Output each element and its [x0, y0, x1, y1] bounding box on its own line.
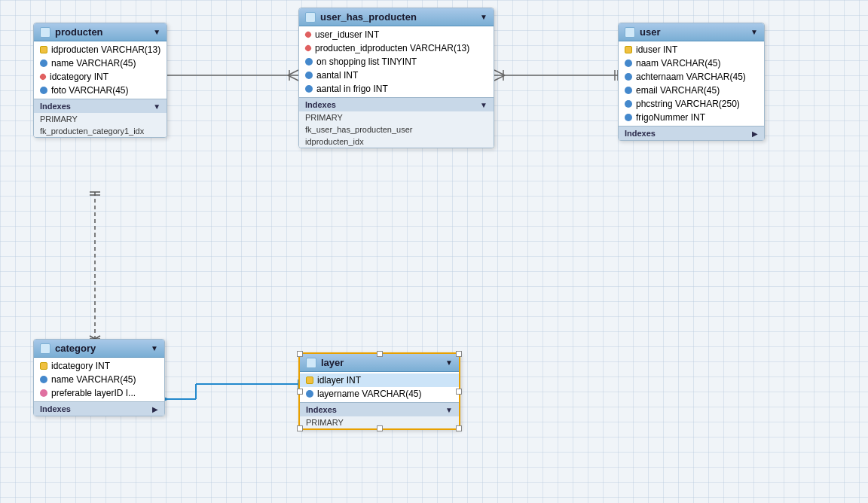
table-collapse-producten[interactable]: ▼ [153, 28, 160, 36]
circle-icon [40, 376, 47, 383]
circle-icon [305, 72, 313, 79]
uhp-indexes-header[interactable]: Indexes ▼ [299, 97, 494, 111]
circle-icon [625, 59, 632, 67]
resize-handle-bc[interactable] [377, 425, 383, 431]
table-header-user-has-producten[interactable]: user_has_producten ▼ [299, 8, 494, 26]
field-row: producten_idproducten VARCHAR(13) [299, 41, 494, 55]
table-title-producten: producten [55, 26, 148, 38]
field-row: achternaam VARCHAR(45) [619, 70, 764, 84]
diamond-icon [304, 44, 312, 52]
index-row: fk_producten_category1_idx [34, 125, 167, 137]
table-producten: producten ▼ idproducten VARCHAR(13) name… [33, 23, 167, 138]
table-user: user ▼ iduser INT naam VARCHAR(45) achte… [618, 23, 765, 141]
circle-icon [305, 58, 313, 66]
circle-icon [625, 100, 632, 108]
field-row: idproducten VARCHAR(13) [34, 43, 167, 56]
table-collapse-category[interactable]: ▼ [151, 344, 158, 352]
user-fields: iduser INT naam VARCHAR(45) achternaam V… [619, 41, 764, 126]
layer-fields: idlayer INT layername VARCHAR(45) [300, 372, 459, 402]
svg-line-4 [288, 75, 298, 81]
table-header-producten[interactable]: producten ▼ [34, 23, 167, 41]
indexes-arrow-collapsed: ▶ [752, 130, 758, 138]
field-row: naam VARCHAR(45) [619, 56, 764, 70]
key-icon [40, 46, 47, 53]
field-row: on shopping list TINYINT [299, 55, 494, 69]
circle-icon [625, 87, 632, 94]
key-icon [625, 46, 632, 53]
circle-icon [40, 59, 47, 67]
table-icon-producten [40, 27, 50, 38]
field-row: frigoNummer INT [619, 111, 764, 124]
resize-handle-br[interactable] [456, 425, 462, 431]
table-collapse-uhp[interactable]: ▼ [480, 13, 487, 21]
field-row: user_iduser INT [299, 28, 494, 41]
field-row: idcategory INT [34, 70, 167, 84]
indexes-label: Indexes [305, 100, 336, 109]
circle-icon [306, 390, 313, 398]
svg-line-9 [494, 70, 505, 75]
field-row: aantal INT [299, 69, 494, 82]
table-layer: layer ▼ idlayer INT layername VARCHAR(45… [298, 352, 460, 430]
table-collapse-user[interactable]: ▼ [750, 28, 758, 36]
category-fields: idcategory INT name VARCHAR(45) preferab… [34, 358, 164, 401]
indexes-arrow-collapsed: ▶ [152, 405, 158, 413]
indexes-label: Indexes [625, 129, 656, 138]
field-row: phcstring VARCHAR(250) [619, 97, 764, 111]
resize-handle-mr[interactable] [456, 389, 462, 395]
circle-pink-icon [40, 389, 47, 397]
table-icon-layer [306, 358, 316, 368]
resize-handle-tr[interactable] [456, 351, 462, 357]
table-header-user[interactable]: user ▼ [619, 23, 764, 41]
table-user-has-producten: user_has_producten ▼ user_iduser INT pro… [298, 8, 494, 148]
layer-indexes-header[interactable]: Indexes ▼ [300, 402, 459, 416]
table-icon-uhp [305, 12, 316, 23]
field-row: idlayer INT [300, 373, 459, 387]
producten-indexes-header[interactable]: Indexes ▼ [34, 99, 167, 113]
index-row: fk_user_has_producten_user [299, 123, 494, 136]
user-indexes-header[interactable]: Indexes ▶ [619, 126, 764, 140]
circle-icon [625, 114, 632, 121]
indexes-arrow: ▼ [445, 406, 453, 414]
resize-handle-bl[interactable] [297, 425, 303, 431]
index-row: PRIMARY [299, 111, 494, 123]
circle-icon [305, 85, 313, 93]
table-title-category: category [55, 343, 146, 354]
key-icon [306, 376, 313, 384]
indexes-arrow: ▼ [153, 102, 160, 111]
index-row: PRIMARY [34, 113, 167, 125]
circle-icon [40, 87, 47, 94]
indexes-arrow: ▼ [480, 101, 487, 109]
indexes-label: Indexes [40, 102, 71, 111]
uhp-fields: user_iduser INT producten_idproducten VA… [299, 26, 494, 97]
field-row: aantal in frigo INT [299, 82, 494, 96]
diamond-icon [304, 30, 312, 38]
diamond-icon [38, 72, 47, 81]
circle-icon [625, 73, 632, 81]
field-row: email VARCHAR(45) [619, 84, 764, 97]
table-header-category[interactable]: category ▼ [34, 340, 164, 358]
table-category: category ▼ idcategory INT name VARCHAR(4… [33, 339, 165, 416]
producten-fields: idproducten VARCHAR(13) name VARCHAR(45)… [34, 41, 167, 99]
field-row: name VARCHAR(45) [34, 373, 164, 386]
field-row: preferable layerID I... [34, 386, 164, 400]
svg-line-10 [494, 75, 505, 81]
table-title-layer: layer [321, 357, 441, 368]
key-icon [40, 362, 47, 370]
field-row: name VARCHAR(45) [34, 56, 167, 70]
resize-handle-ml[interactable] [297, 389, 303, 395]
resize-handle-tl[interactable] [297, 351, 303, 357]
field-row: idcategory INT [34, 359, 164, 373]
field-row: iduser INT [619, 43, 764, 56]
indexes-label: Indexes [40, 404, 71, 413]
category-indexes-header[interactable]: Indexes ▶ [34, 401, 164, 416]
table-collapse-layer[interactable]: ▼ [445, 358, 453, 367]
table-icon-user [625, 27, 635, 38]
table-title-uhp: user_has_producten [320, 11, 475, 23]
table-icon-category [40, 343, 50, 354]
index-row: idproducten_idx [299, 136, 494, 148]
field-row: foto VARCHAR(45) [34, 84, 167, 97]
field-row: layername VARCHAR(45) [300, 387, 459, 401]
resize-handle-tc[interactable] [377, 351, 383, 357]
indexes-label: Indexes [306, 405, 337, 414]
table-title-user: user [640, 26, 746, 38]
